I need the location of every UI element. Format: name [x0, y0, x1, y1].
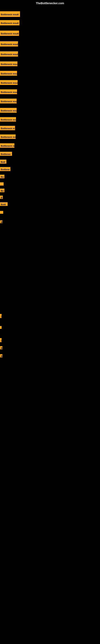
- bottleneck-badge-22: B: [0, 196, 3, 199]
- bottleneck-badge-21: Bo: [0, 188, 4, 192]
- site-title: TheBottlenecker.com: [36, 2, 64, 5]
- bottleneck-badge-30: B: [0, 354, 2, 358]
- bottleneck-badge-11: Bottleneck resu: [0, 108, 17, 113]
- bottleneck-badge-4: Bottleneck resul: [0, 41, 18, 46]
- bottleneck-badge-6: Bottleneck resu: [0, 62, 17, 66]
- bottleneck-badge-23: Bottl: [0, 202, 8, 206]
- bottleneck-badge-28: |: [0, 338, 1, 342]
- bottleneck-badge-8: Bottleneck resul: [0, 80, 18, 85]
- bottleneck-badge-24: [0, 211, 3, 214]
- bottleneck-badge-12: Bottleneck res: [0, 117, 16, 122]
- bottleneck-badge-3: Bottleneck result: [0, 30, 19, 36]
- bottleneck-badge-25: B: [0, 220, 2, 223]
- bottleneck-badge-14: Bottleneck res: [0, 134, 16, 139]
- bottleneck-badge-7: Bottleneck resu: [0, 71, 17, 76]
- bottleneck-badge-19: Bo: [0, 175, 4, 178]
- bottleneck-badge-16: Bottlenec: [0, 152, 12, 156]
- bottleneck-badge-17: Bott: [0, 160, 6, 164]
- bottleneck-badge-1: Bottleneck result: [0, 11, 20, 17]
- bottleneck-badge-27: [0, 326, 1, 329]
- bottleneck-badge-13: Bottleneck re: [0, 126, 15, 130]
- bottleneck-badge-5: Bottleneck resul: [0, 51, 18, 56]
- bottleneck-badge-20: [0, 182, 3, 186]
- bottleneck-badge-2: Bottleneck result: [0, 20, 19, 25]
- bottleneck-badge-9: Bottleneck resu: [0, 89, 17, 94]
- bottleneck-badge-29: B: [0, 346, 2, 349]
- bottleneck-badge-15: Bottleneck re: [0, 143, 14, 148]
- bottleneck-badge-18: Bottlene: [0, 167, 10, 171]
- bottleneck-badge-26: |: [0, 314, 1, 318]
- bottleneck-badge-10: Bottleneck resu: [0, 98, 17, 104]
